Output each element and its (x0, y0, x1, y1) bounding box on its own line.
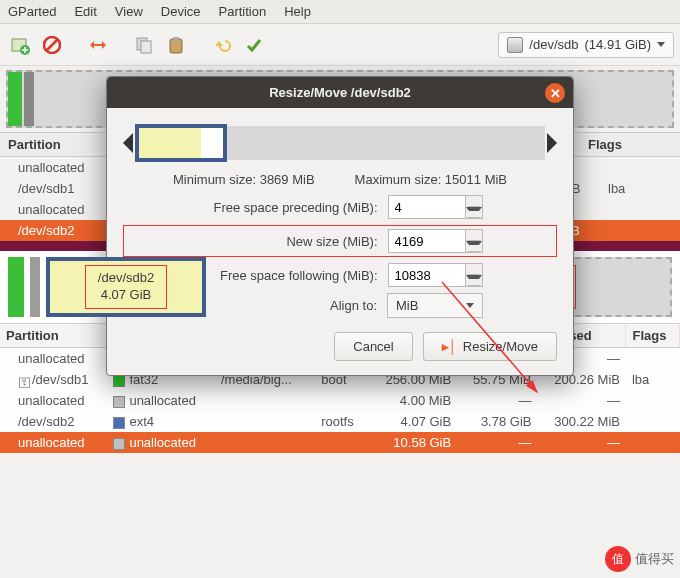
svg-rect-7 (173, 37, 179, 41)
align-combo[interactable]: MiB (387, 293, 483, 318)
table-row[interactable]: unallocatedunallocated4.00 MiB—— (0, 390, 680, 411)
spin-down-icon[interactable] (466, 241, 482, 252)
spin-up-icon[interactable] (466, 264, 482, 275)
device-size: (14.91 GiB) (585, 37, 651, 52)
newsize-label: New size (MiB): (198, 234, 378, 249)
diskmap-sdb2-size: 4.07 GiB (98, 287, 154, 304)
copy-button[interactable] (130, 31, 158, 59)
resize-move-dialog: Resize/Move /dev/sdb2 ✕ Minimum size: 38… (106, 76, 574, 376)
close-button[interactable]: ✕ (545, 83, 565, 103)
max-size-label: Maximum size: 15011 MiB (355, 172, 507, 187)
dialog-title-bar[interactable]: Resize/Move /dev/sdb2 ✕ (107, 77, 573, 108)
min-size-label: Minimum size: 3869 MiB (173, 172, 315, 187)
slider-track[interactable] (135, 126, 545, 160)
slider-block[interactable] (135, 124, 227, 162)
cancel-button[interactable]: Cancel (334, 332, 412, 361)
svg-line-3 (47, 40, 57, 50)
slider-left-icon (123, 133, 133, 153)
table-row[interactable]: unallocatedunallocated10.58 GiB—— (0, 432, 680, 453)
svg-rect-5 (141, 41, 151, 53)
preceding-label: Free space preceding (MiB): (198, 200, 378, 215)
resize-icon: ▸│ (442, 339, 457, 354)
table-row[interactable]: /dev/sdb2ext4rootfs4.07 GiB3.78 GiB300.2… (0, 411, 680, 432)
resize-move-confirm-button[interactable]: ▸│ Resize/Move (423, 332, 557, 361)
watermark-icon: 值 (605, 546, 631, 572)
menubar: GParted Edit View Device Partition Help (0, 0, 680, 24)
newsize-input[interactable] (388, 229, 466, 253)
menu-gparted[interactable]: GParted (8, 4, 56, 19)
diskmap-gap (30, 257, 40, 317)
apply-button[interactable] (240, 31, 268, 59)
following-spin[interactable] (388, 263, 483, 287)
menu-view[interactable]: View (115, 4, 143, 19)
new-partition-button[interactable] (6, 31, 34, 59)
chevron-down-icon (466, 303, 474, 308)
resize-move-button[interactable] (84, 31, 112, 59)
menu-help[interactable]: Help (284, 4, 311, 19)
spin-up-icon[interactable] (466, 230, 482, 241)
following-input[interactable] (388, 263, 466, 287)
disk-icon (507, 37, 523, 53)
menu-partition[interactable]: Partition (219, 4, 267, 19)
spin-up-icon[interactable] (466, 196, 482, 207)
toolbar: /dev/sdb (14.91 GiB) (0, 24, 680, 66)
diskmap-sdb1[interactable] (8, 257, 24, 317)
diskmap-sdb2[interactable]: /dev/sdb2 4.07 GiB (46, 257, 206, 317)
column-header[interactable]: Partition (0, 324, 107, 348)
device-label: /dev/sdb (529, 37, 578, 52)
column-header[interactable]: Flags (626, 324, 680, 348)
menu-edit[interactable]: Edit (74, 4, 96, 19)
svg-rect-6 (170, 39, 182, 53)
device-selector[interactable]: /dev/sdb (14.91 GiB) (498, 32, 674, 58)
diskmap-sdb2-name: /dev/sdb2 (98, 270, 154, 287)
dialog-title: Resize/Move /dev/sdb2 (269, 85, 411, 100)
chevron-down-icon (657, 42, 665, 47)
undo-button[interactable] (208, 31, 236, 59)
fs-swatch-icon (113, 438, 125, 450)
newsize-spin[interactable] (388, 229, 483, 253)
preceding-input[interactable] (388, 195, 466, 219)
fs-swatch-icon (113, 417, 125, 429)
close-icon: ✕ (550, 86, 561, 101)
delete-button[interactable] (38, 31, 66, 59)
fs-swatch-icon (113, 375, 125, 387)
align-value: MiB (396, 298, 418, 313)
watermark: 值 值得买 (605, 546, 674, 572)
spin-down-icon[interactable] (466, 207, 482, 218)
partition-slider[interactable] (123, 118, 557, 168)
paste-button[interactable] (162, 31, 190, 59)
menu-device[interactable]: Device (161, 4, 201, 19)
preceding-spin[interactable] (388, 195, 483, 219)
following-label: Free space following (MiB): (198, 268, 378, 283)
fs-swatch-icon (113, 396, 125, 408)
slider-right-icon (547, 133, 557, 153)
spin-down-icon[interactable] (466, 275, 482, 286)
key-icon: ⚿ (18, 375, 30, 387)
align-label: Align to: (197, 298, 377, 313)
